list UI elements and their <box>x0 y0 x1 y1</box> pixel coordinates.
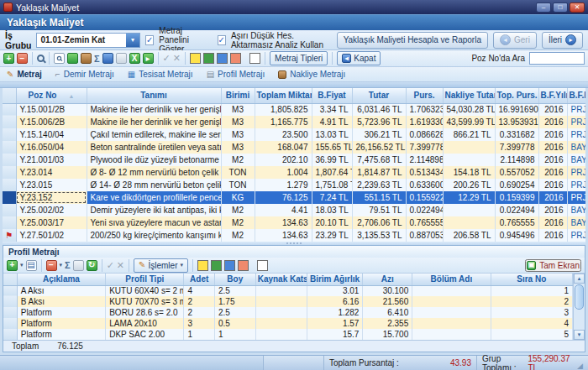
cell[interactable]: 2,239.63 TL <box>352 179 406 191</box>
is-grubu-combobox[interactable]: 01.01-Zemin Kat ▾ <box>36 33 139 48</box>
cell[interactable]: 7.399778 <box>406 141 443 154</box>
cell[interactable]: 155.65 TL <box>312 141 352 154</box>
cell[interactable]: 1,751.08 TL <box>312 179 352 191</box>
cell[interactable]: 4 <box>184 285 215 296</box>
cell[interactable]: 2016 <box>538 204 567 216</box>
cell[interactable]: 2.5 <box>214 307 255 318</box>
cell[interactable]: 6,031.46 TL <box>352 103 406 116</box>
cell[interactable]: 2 <box>491 296 572 307</box>
tab-nakliye-metraji[interactable]: Nakliye Metrajı <box>278 70 345 79</box>
cell[interactable]: 0.022494 <box>495 204 538 216</box>
cell[interactable]: 4.91 TL <box>312 116 352 128</box>
cell[interactable]: 2 <box>184 296 215 307</box>
cell[interactable]: 306.21 TL <box>352 128 406 141</box>
table-row[interactable]: Y.15.140/04Çakıl temin edilerek, makine … <box>3 128 585 141</box>
cell[interactable]: 2.114898 <box>406 154 443 166</box>
cell[interactable]: Y.23.152 <box>16 191 87 204</box>
cell[interactable]: 15.700 <box>363 329 412 340</box>
cell[interactable]: 16.991690 <box>495 103 538 116</box>
scroll-up-icon[interactable]: ▲ <box>574 274 585 284</box>
cell[interactable] <box>412 318 491 329</box>
ileri-button[interactable]: İleri ▸ <box>542 32 583 49</box>
column-header[interactable]: B.Fiyat <box>312 88 352 103</box>
column-header[interactable]: Açıklama <box>17 274 105 285</box>
cell[interactable]: 43,599.99 TL <box>443 116 495 128</box>
cell[interactable]: 1.282 <box>307 307 363 318</box>
cell[interactable]: 2.355 <box>363 318 412 329</box>
cell[interactable]: 79.51 TL <box>352 204 406 216</box>
cell[interactable]: Plywood ile düz yüzeyli betonarme kalıbı… <box>87 154 221 166</box>
cell[interactable]: TON <box>221 166 255 179</box>
cell[interactable]: 866.21 TL <box>443 128 495 141</box>
table-row[interactable]: Y.23.152Kare ve dikdörtgen profillerle p… <box>3 191 585 204</box>
cell[interactable]: B Aksı <box>17 296 105 307</box>
cell[interactable]: 0.765555 <box>406 216 443 229</box>
cell[interactable]: 13.953931 <box>495 116 538 128</box>
cell[interactable]: M3 <box>221 116 255 128</box>
cell[interactable]: Makine ile her derinlik ve her genişlikt… <box>87 116 221 128</box>
column-header[interactable]: Boy <box>214 274 255 285</box>
cell[interactable]: 1,814.87 TL <box>352 166 406 179</box>
cell[interactable]: BAY <box>567 204 585 216</box>
cell[interactable]: 1,165.775 <box>255 116 312 128</box>
table-row[interactable]: PlatformLAMA 20x1030.51.572.3554 <box>3 318 573 329</box>
cell[interactable]: 15.7 <box>307 329 363 340</box>
table-row[interactable]: PlatformBORU 28.6 s= 2.022.51.2826.4103 <box>3 307 573 318</box>
cell[interactable]: 0.690254 <box>495 179 538 191</box>
cell[interactable]: Demir yüzeylere iki kat antipas, iki kat… <box>87 204 221 216</box>
sigma-icon[interactable]: Σ <box>65 260 71 270</box>
color-swatch[interactable] <box>217 53 228 64</box>
cell[interactable]: 4.41 <box>255 204 312 216</box>
cell[interactable]: 202.10 <box>255 154 312 166</box>
cell[interactable]: KUTU 70X70 s= 3 mm <box>106 296 184 307</box>
sigma-icon[interactable]: Σ <box>94 54 100 64</box>
cell[interactable]: 0.887053 <box>406 229 443 242</box>
geri-button[interactable]: ◂ Geri <box>493 32 537 49</box>
table-row[interactable]: A AksıKUTU 60X40 s= 2 mm42.53.0130.1001 <box>3 285 573 296</box>
color-swatch[interactable] <box>230 53 241 64</box>
cell[interactable]: Y.16.050/04 <box>16 141 87 154</box>
cell[interactable]: Platform <box>17 318 105 329</box>
cell[interactable]: 0.331682 <box>495 128 538 141</box>
cell[interactable]: 0.022494 <box>406 204 443 216</box>
cell[interactable] <box>443 216 495 229</box>
cell[interactable]: 0.5 <box>214 318 255 329</box>
asiri-dusuk-checkbox[interactable]: ✓ <box>218 35 226 45</box>
table-row[interactable]: Y.15.001/2BMakine ile her derinlik ve he… <box>3 103 585 116</box>
kapat-button[interactable]: ◂ Kapat <box>337 51 381 65</box>
cell[interactable]: M2 <box>221 154 255 166</box>
cell[interactable]: 551.15 TL <box>352 191 406 204</box>
cell[interactable]: 7,475.68 TL <box>352 154 406 166</box>
column-header[interactable]: Poz No▲ <box>16 88 87 103</box>
cell[interactable]: BAY <box>567 216 585 229</box>
table-row[interactable]: Y.16.050/04Beton santralinde üretilen ve… <box>3 141 585 154</box>
table-row[interactable]: Y.15.006/2BMakine ile her derinlik ve he… <box>3 116 585 128</box>
maximize-button[interactable]: □ <box>553 3 568 13</box>
cell[interactable]: 2016 <box>538 179 567 191</box>
cell[interactable]: 2016 <box>538 216 567 229</box>
cell[interactable]: 1 <box>184 329 215 340</box>
cell[interactable]: Y.23.015 <box>16 179 87 191</box>
cell[interactable]: Çakıl temin edilerek, makine ile serme, … <box>87 128 221 141</box>
excel-icon[interactable]: X <box>129 53 140 64</box>
cell[interactable]: 4 <box>491 318 572 329</box>
cell[interactable]: KG <box>221 191 255 204</box>
cell[interactable]: LAMA 20x10 <box>106 318 184 329</box>
cell[interactable]: 2016 <box>538 191 567 204</box>
cell[interactable]: PRJ <box>567 179 585 191</box>
table-row[interactable]: ⚑Y.27.501/02200/250 kg kireç/çimento kar… <box>3 229 585 242</box>
cell[interactable]: 76.125 <box>255 191 312 204</box>
cell[interactable]: 6.16 <box>307 296 363 307</box>
column-header[interactable]: Adet <box>184 274 215 285</box>
color-swatch[interactable] <box>197 260 208 271</box>
cell[interactable]: 200.26 TL <box>443 179 495 191</box>
print-icon[interactable] <box>73 260 84 271</box>
cell[interactable]: 206.58 TL <box>443 229 495 242</box>
cell[interactable]: Beton santralinde üretilen veya satın al… <box>87 141 221 154</box>
cell[interactable] <box>255 285 307 296</box>
metraj-tipleri-button[interactable]: Metraj Tipleri <box>270 51 328 65</box>
search-icon[interactable] <box>37 55 45 62</box>
column-header[interactable]: Tanımı <box>87 88 221 103</box>
cell[interactable]: Kare ve dikdörtgen profillerle pencere v… <box>87 191 221 204</box>
cell[interactable]: 1.619330 <box>406 116 443 128</box>
